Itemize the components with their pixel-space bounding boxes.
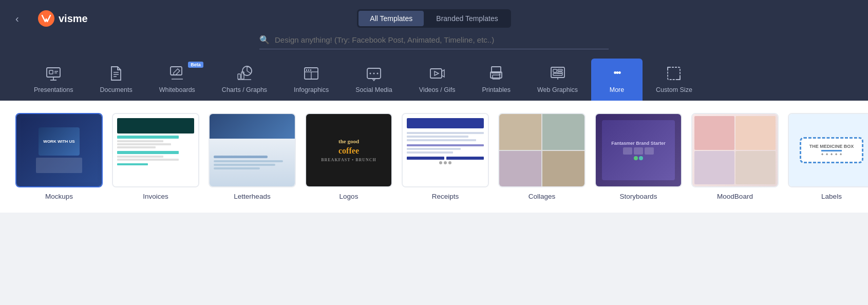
letterheads-label: Letterheads [234,193,270,200]
svg-point-24 [373,73,374,74]
receipts-thumb [402,113,489,187]
presentations-label: Presentations [34,86,73,93]
storyboards-thumb: Fantasmer Brand Starter [595,113,682,187]
category-documents[interactable]: Documents [86,60,145,101]
template-grid: WORK WITH US Mockups [0,101,868,213]
documents-label: Documents [100,86,132,93]
webgraphics-label: Web Graphics [537,86,578,93]
letterheads-thumb [209,113,296,187]
custom-label: Custom Size [656,86,692,93]
category-nav: Presentations Documents Beta Whiteboards [15,59,853,101]
category-webgraphics[interactable]: Web Graphics [524,60,591,101]
logo: visme [38,10,88,27]
storyboards-label: Storyboards [620,193,657,200]
all-templates-tab[interactable]: All Templates [358,11,424,26]
collages-label: Collages [529,193,556,200]
category-infographics[interactable]: Infographics [280,60,342,101]
social-icon [365,65,383,82]
logo-text: visme [59,13,88,25]
template-invoices[interactable]: Invoices [112,113,199,200]
svg-rect-39 [668,67,680,80]
svg-point-23 [369,73,371,74]
svg-point-25 [376,73,378,74]
content-wrapper: WORK WITH US Mockups [0,101,868,213]
invoices-thumb [112,113,199,187]
infographics-label: Infographics [294,86,329,93]
back-icon: ‹ [15,13,19,25]
svg-rect-33 [553,69,557,72]
header: ‹ visme All Templates Branded Templates … [0,0,868,101]
printables-icon [487,65,505,82]
collages-thumb [498,113,586,187]
receipts-label: Receipts [432,193,459,200]
template-labels[interactable]: THE MEDICINE BOX ✦ ✦ ✦ ✦ ✦ Labels › [788,113,868,200]
presentations-icon [45,65,62,82]
svg-rect-26 [430,69,442,78]
videos-label: Videos / Gifs [419,86,456,93]
template-logos[interactable]: the good coffee BREAKFAST • BRUNCH Logos [305,113,392,200]
template-receipts[interactable]: Receipts [402,113,489,200]
template-moodboard[interactable]: MoodBoard [691,113,779,200]
printables-label: Printables [482,86,511,93]
top-bar: ‹ visme All Templates Branded Templates [15,9,853,28]
template-tabs: All Templates Branded Templates [357,9,511,28]
logos-thumb: the good coffee BREAKFAST • BRUNCH [305,113,392,187]
more-label: More [610,86,624,93]
documents-icon [107,65,125,82]
visme-logo-icon [38,10,54,27]
category-videos[interactable]: Videos / Gifs [406,60,469,101]
mockups-thumb: WORK WITH US [15,113,103,187]
template-mockups[interactable]: WORK WITH US Mockups [15,113,103,200]
category-whiteboards[interactable]: Beta Whiteboards [146,60,209,101]
whiteboards-label: Whiteboards [159,86,195,93]
more-icon: ••• [608,64,626,82]
search-icon: 🔍 [259,35,270,45]
infographics-icon [303,65,320,82]
webgraphics-icon [549,65,567,82]
charts-label: Charts / Graphs [222,86,267,93]
back-button[interactable]: ‹ [15,13,19,25]
videos-icon [428,65,446,82]
moodboard-label: MoodBoard [717,193,753,200]
svg-point-31 [499,74,501,75]
branded-templates-tab[interactable]: Branded Templates [425,11,509,26]
charts-icon [236,65,253,82]
invoices-label: Invoices [143,193,168,200]
svg-rect-4 [49,70,53,74]
custom-icon [665,65,683,82]
category-presentations[interactable]: Presentations [21,60,86,101]
search-bar: 🔍 [259,35,609,49]
social-label: Social Media [355,86,392,93]
svg-rect-34 [558,69,562,71]
template-letterheads[interactable]: Letterheads [209,113,296,200]
svg-marker-27 [435,71,439,75]
svg-rect-36 [553,73,562,75]
category-printables[interactable]: Printables [468,60,524,101]
search-input[interactable] [275,35,609,44]
logos-label: Logos [339,193,358,200]
template-collages[interactable]: Collages [498,113,586,200]
template-storyboards[interactable]: Fantasmer Brand Starter [595,113,682,200]
beta-badge: Beta [188,62,203,68]
category-custom[interactable]: Custom Size [643,60,706,101]
moodboard-thumb [691,113,779,187]
category-social[interactable]: Social Media [342,60,406,101]
svg-rect-13 [238,74,240,79]
labels-label: Labels [821,193,842,200]
category-more[interactable]: ••• More [591,59,643,101]
mockups-label: Mockups [45,193,73,200]
category-charts[interactable]: Charts / Graphs [209,60,280,101]
svg-rect-1 [47,68,60,77]
labels-thumb: THE MEDICINE BOX ✦ ✦ ✦ ✦ ✦ [788,113,868,187]
whiteboards-icon [168,65,186,82]
